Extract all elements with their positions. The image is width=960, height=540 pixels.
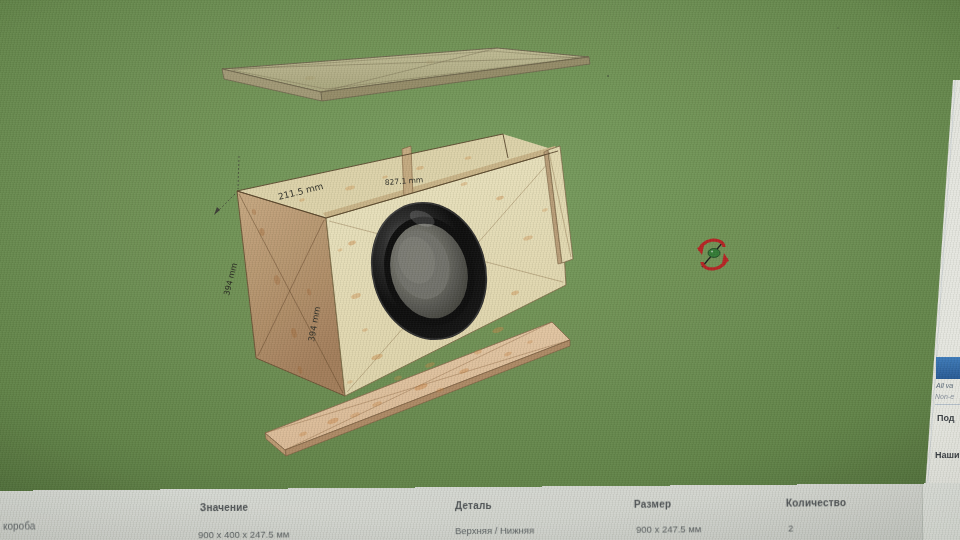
sidebar-link-2[interactable]: Наши [935,450,960,460]
col-header-size: Размер [634,498,671,509]
dust-speck [607,75,609,77]
3d-viewport: 211.5 mm 827.1 mm 394 mm 394 mm [0,0,960,500]
col-header-quantity: Количество [786,497,846,508]
sidebar-thumbnail[interactable] [936,357,960,379]
dust-speck [837,27,839,29]
col-header-value: Значение [200,502,248,513]
cell-quantity: 2 [788,523,793,534]
col-header-detail: Деталь [455,500,492,511]
sidebar-link-1[interactable]: Под [937,413,955,423]
row-label: короба [3,520,35,531]
screen-photo: 211.5 mm 827.1 mm 394 mm 394 mm [0,0,960,540]
cell-value: 900 x 400 x 247.5 мм [198,528,289,540]
sidebar-divider [935,404,960,405]
cell-size: 900 x 247.5 мм [636,523,701,535]
sidebar-caption-2: Non-e [935,393,954,400]
parts-table: короба Значение Деталь Размер Количество… [0,483,960,540]
table-right-area [923,483,960,540]
sidebar-caption-1: All va [936,382,953,389]
cell-detail: Верхняя / Нижняя [455,525,534,537]
